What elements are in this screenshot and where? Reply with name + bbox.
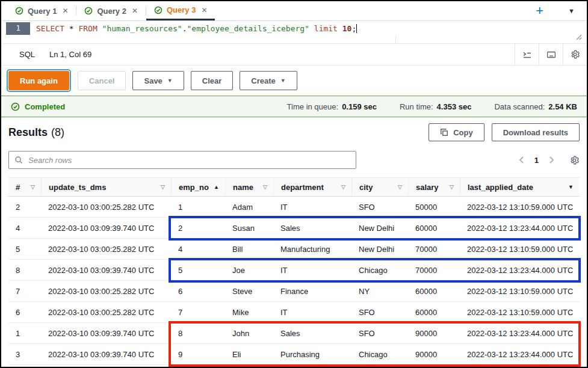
- cell: New Delhi: [351, 224, 408, 233]
- cell: 2022-03-12 13:23:44.000 UTC: [460, 350, 580, 359]
- cell: 2022-03-10 03:00:25.282 UTC: [41, 245, 171, 254]
- sort-icon[interactable]: ▽: [31, 184, 35, 190]
- cell: 90000: [408, 350, 460, 359]
- sort-icon[interactable]: ▽: [161, 184, 165, 190]
- column-header-city[interactable]: city▽: [351, 178, 408, 196]
- cell: 2022-03-12 13:10:59.000 UTC: [460, 308, 580, 317]
- cell: 1: [171, 203, 225, 212]
- table-row[interactable]: 22022-03-10 03:00:25.282 UTC1AdamITSFO50…: [8, 197, 580, 218]
- close-icon[interactable]: ✕: [62, 7, 68, 15]
- cell: 60000: [408, 224, 460, 233]
- athena-query-editor: Query 1✕Query 2✕Query 3✕ + ▼ 1 SELECT * …: [0, 0, 588, 368]
- editor-status-icons: [515, 44, 587, 65]
- editor-settings-gear-icon[interactable]: [563, 44, 587, 65]
- table-row[interactable]: 32022-03-10 03:09:39.740 UTC9EliPurchasi…: [8, 344, 580, 365]
- column-label: update_ts_dms: [49, 183, 106, 192]
- query-actions: Run again Cancel Save▼ Clear Create▼: [1, 66, 587, 96]
- cell: 2022-03-10 03:00:25.282 UTC: [41, 203, 171, 212]
- cell: 2022-03-12 13:23:44.000 UTC: [460, 329, 580, 338]
- cell: 60000: [408, 308, 460, 317]
- sort-icon[interactable]: ▽: [341, 184, 345, 190]
- column-header-last_applied_date[interactable]: last_applied_date▼: [460, 178, 580, 196]
- cell: 5: [171, 266, 225, 275]
- sql-query-text: SELECT * FROM "human_resources"."employe…: [30, 24, 356, 33]
- success-check-icon: [11, 102, 20, 111]
- search-box: [8, 151, 356, 169]
- new-tab-icon[interactable]: +: [524, 4, 556, 17]
- close-icon[interactable]: ✕: [201, 6, 207, 14]
- cell: Manufacturing: [273, 245, 351, 254]
- cell: IT: [273, 308, 351, 317]
- language-label: SQL: [19, 50, 35, 59]
- cell: IT: [273, 203, 351, 212]
- column-label: name: [233, 183, 253, 192]
- cell: Adam: [225, 203, 273, 212]
- resize-handle-icon[interactable]: [575, 33, 582, 42]
- column-header-update_ts_dms[interactable]: update_ts_dms▽: [41, 178, 171, 196]
- results-settings-gear-icon[interactable]: [569, 155, 580, 165]
- sort-icon[interactable]: ▽: [398, 184, 402, 190]
- column-header-name[interactable]: name▽: [225, 178, 273, 196]
- keyboard-shortcuts-icon[interactable]: [539, 44, 563, 65]
- cell: Sales: [273, 329, 351, 338]
- query-success-icon: [84, 7, 93, 15]
- caret-down-icon: ▼: [167, 78, 173, 84]
- cell: New Delhi: [351, 245, 408, 254]
- page-number[interactable]: 1: [534, 156, 539, 165]
- query-success-icon: [15, 7, 23, 15]
- column-header-emp_no[interactable]: emp_no▲: [171, 178, 225, 196]
- column-header-department[interactable]: department▽: [273, 178, 351, 196]
- cancel-button[interactable]: Cancel: [78, 71, 126, 90]
- column-label: salary: [416, 183, 439, 192]
- cell: 8: [171, 329, 225, 338]
- tab-bar: Query 1✕Query 2✕Query 3✕ + ▼: [1, 1, 587, 21]
- cell: 2022-03-10 03:09:39.740 UTC: [41, 266, 171, 275]
- tab-list: Query 1✕Query 2✕Query 3✕: [7, 1, 215, 20]
- column-header-salary[interactable]: salary▽: [408, 178, 460, 196]
- sort-icon[interactable]: ▲: [214, 184, 219, 190]
- table-row[interactable]: 12022-03-10 03:09:39.740 UTC8JohnSalesSF…: [8, 323, 580, 344]
- cell: 2022-03-10 03:09:39.740 UTC: [41, 224, 171, 233]
- table-row[interactable]: 82022-03-10 03:09:39.740 UTC5JoeITChicag…: [8, 260, 580, 281]
- sort-icon[interactable]: ▼: [568, 184, 574, 190]
- column-header-#[interactable]: #▽: [8, 178, 41, 196]
- cell: Joe: [225, 266, 273, 275]
- cell: Mike: [225, 308, 273, 317]
- cell: 7: [171, 308, 225, 317]
- cell: 50000: [408, 203, 460, 212]
- cell: Finance: [273, 287, 351, 296]
- tab-query-1[interactable]: Query 1✕: [7, 1, 76, 20]
- table-row[interactable]: 52022-03-10 03:00:25.282 UTC4BillManufac…: [8, 239, 580, 260]
- cell: 2022-03-10 03:09:39.740 UTC: [41, 350, 171, 359]
- cell: John: [225, 329, 273, 338]
- column-label: last_applied_date: [468, 183, 533, 192]
- tab-query-2[interactable]: Query 2✕: [76, 1, 145, 20]
- next-page-icon[interactable]: [548, 156, 555, 164]
- sql-editor[interactable]: 1 SELECT * FROM "human_resources"."emplo…: [1, 21, 587, 44]
- table-row[interactable]: 62022-03-10 03:00:25.282 UTC7MikeITSFO60…: [8, 302, 580, 323]
- format-query-icon[interactable]: [515, 44, 539, 65]
- tab-menu-caret-icon[interactable]: ▼: [556, 7, 587, 14]
- cell: 2022-03-10 03:00:25.282 UTC: [41, 287, 171, 296]
- copy-button[interactable]: Copy: [429, 123, 484, 141]
- clear-button[interactable]: Clear: [191, 71, 234, 90]
- tab-query-3[interactable]: Query 3✕: [146, 1, 215, 20]
- create-button[interactable]: Create▼: [240, 71, 297, 90]
- sort-icon[interactable]: ▽: [450, 184, 454, 190]
- cell: 90000: [408, 329, 460, 338]
- table-row[interactable]: 72022-03-10 03:00:25.282 UTC6SteveFinanc…: [8, 281, 580, 302]
- sort-icon[interactable]: ▽: [263, 184, 267, 190]
- previous-page-icon[interactable]: [518, 156, 525, 164]
- download-results-button[interactable]: Download results: [492, 123, 580, 141]
- cell: 7: [8, 287, 41, 296]
- cell: Sales: [273, 224, 351, 233]
- cell: Steve: [225, 287, 273, 296]
- run-again-button[interactable]: Run again: [8, 71, 69, 90]
- search-rows-input[interactable]: [27, 155, 350, 165]
- cell: 6: [171, 287, 225, 296]
- close-icon[interactable]: ✕: [132, 7, 138, 15]
- cell: 70000: [408, 266, 460, 275]
- table-row[interactable]: 42022-03-10 03:09:39.740 UTC2SusanSalesN…: [8, 218, 580, 239]
- results-header: Results (8) Copy Download results: [1, 117, 587, 147]
- save-button[interactable]: Save▼: [132, 71, 184, 90]
